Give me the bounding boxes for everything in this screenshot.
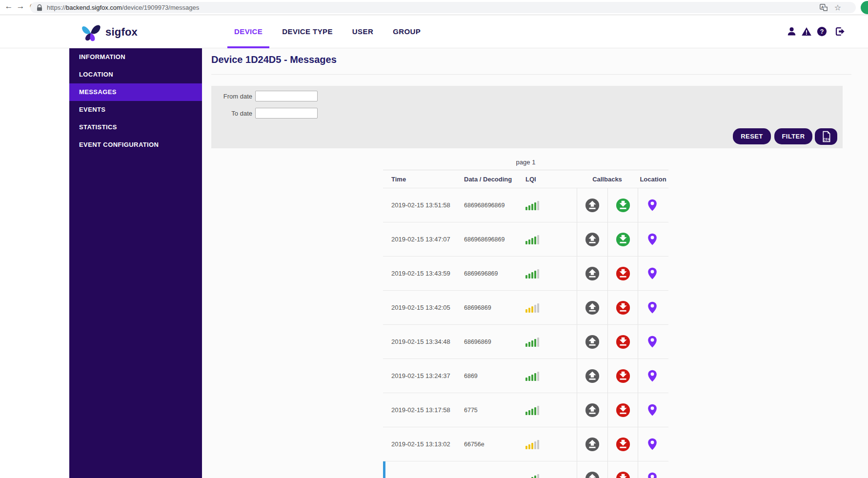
csv-export-button[interactable]: CSV [815, 128, 837, 145]
tab-device-type[interactable]: DEVICE TYPE [275, 15, 340, 48]
location-pin-icon[interactable] [646, 403, 661, 418]
downlink-cell [607, 291, 638, 324]
location-pin-icon[interactable] [646, 300, 661, 315]
table-row: 2019-02-15 13:51:58686968696869 [383, 188, 668, 222]
app-header: sigfox DEVICEDEVICE TYPEUSERGROUP ? [0, 15, 868, 48]
from-date-input[interactable] [255, 91, 318, 101]
message-data: 68696869 [454, 291, 517, 324]
message-data [454, 461, 517, 478]
sidebar-item-event-configuration[interactable]: EVENT CONFIGURATION [69, 136, 202, 154]
lqi-cell [517, 427, 577, 461]
lqi-cell [517, 222, 577, 256]
translate-icon[interactable]: A [820, 4, 828, 11]
to-date-input[interactable] [255, 108, 318, 119]
location-pin-icon[interactable] [646, 198, 661, 213]
location-cell [638, 393, 668, 427]
tab-device[interactable]: DEVICE [227, 15, 269, 48]
sidebar-item-location[interactable]: LOCATION [69, 66, 202, 83]
uplink-callback-icon[interactable] [585, 198, 600, 213]
uplink-cell [577, 393, 607, 427]
downlink-cell [607, 393, 638, 427]
browser-forward-icon[interactable]: → [15, 1, 26, 11]
sigfox-logo[interactable]: sigfox [80, 20, 138, 44]
location-pin-icon[interactable] [646, 437, 661, 452]
downlink-callback-icon[interactable] [616, 300, 630, 315]
user-icon[interactable] [786, 26, 797, 37]
uplink-cell [577, 461, 607, 478]
table-row: 2019-02-15 13:13:0266756e [383, 427, 668, 461]
butterfly-logo-icon [80, 21, 102, 43]
lqi-indicator [525, 235, 539, 244]
url-scheme: https:// [47, 4, 66, 11]
tab-group[interactable]: GROUP [386, 15, 427, 48]
pagination-label: page 1 [383, 159, 668, 166]
location-pin-icon[interactable] [646, 335, 661, 349]
downlink-callback-icon[interactable] [616, 266, 630, 281]
lqi-cell [517, 393, 577, 427]
sidebar-item-events[interactable]: EVENTS [69, 101, 202, 119]
lqi-cell [517, 257, 577, 290]
filter-button[interactable]: FILTER [774, 128, 812, 144]
lqi-indicator [525, 474, 539, 478]
downlink-callback-icon[interactable] [616, 369, 630, 383]
svg-text:CSV: CSV [823, 138, 829, 141]
to-date-label: To date [211, 110, 252, 117]
uplink-callback-icon[interactable] [585, 232, 600, 247]
sidebar-item-messages[interactable]: MESSAGES [69, 83, 202, 101]
alert-icon[interactable] [801, 26, 812, 37]
uplink-callback-icon[interactable] [585, 369, 600, 383]
uplink-callback-icon[interactable] [585, 403, 600, 418]
help-icon[interactable]: ? [816, 26, 827, 37]
url-text: https://backend.sigfox.com/device/190997… [47, 4, 199, 11]
column-header-callbacks: Callbacks [577, 176, 638, 183]
filter-panel: From date To date RESET FILTER CSV [211, 86, 843, 148]
address-bar[interactable]: https://backend.sigfox.com/device/190997… [30, 2, 856, 13]
uplink-callback-icon[interactable] [585, 300, 600, 315]
location-pin-icon[interactable] [646, 369, 661, 383]
url-domain: backend.sigfox.com [66, 4, 122, 11]
location-pin-icon[interactable] [646, 232, 661, 247]
lqi-indicator [525, 200, 539, 210]
downlink-callback-icon[interactable] [616, 232, 630, 247]
message-data: 66756e [454, 427, 517, 461]
message-data: 6775 [454, 393, 517, 427]
downlink-cell [607, 188, 638, 222]
downlink-callback-icon[interactable] [616, 471, 630, 478]
column-header-location: Location [638, 176, 668, 183]
downlink-cell [607, 461, 638, 478]
downlink-callback-icon[interactable] [616, 335, 630, 349]
browser-back-icon[interactable]: ← [3, 1, 15, 11]
table-row: 2019-02-15 13:42:0568696869 [383, 290, 668, 324]
page-title: Device 1D24D5 - Messages [211, 54, 337, 65]
svg-text:?: ? [820, 28, 824, 35]
message-time: 2019-02-15 13:13:02 [383, 427, 454, 461]
table-row [383, 461, 668, 478]
message-data: 6869 [454, 359, 517, 393]
uplink-callback-icon[interactable] [585, 471, 600, 478]
downlink-callback-icon[interactable] [616, 437, 630, 452]
uplink-callback-icon[interactable] [585, 335, 600, 349]
uplink-cell [577, 325, 607, 358]
downlink-callback-icon[interactable] [616, 403, 630, 418]
location-cell [638, 325, 668, 358]
bookmark-star-icon[interactable]: ☆ [834, 4, 841, 12]
table-row: 2019-02-15 13:43:596869696869 [383, 256, 668, 290]
browser-profile-avatar[interactable] [861, 1, 868, 14]
uplink-callback-icon[interactable] [585, 437, 600, 452]
browser-toolbar: ← → ⟳ https://backend.sigfox.com/device/… [0, 0, 868, 15]
url-path: /device/1909973/messages [122, 4, 199, 11]
location-pin-icon[interactable] [646, 471, 661, 478]
tab-user[interactable]: USER [345, 15, 380, 48]
reset-button[interactable]: RESET [733, 128, 771, 144]
location-cell [638, 461, 668, 478]
location-pin-icon[interactable] [646, 266, 661, 281]
uplink-callback-icon[interactable] [585, 266, 600, 281]
message-time: 2019-02-15 13:51:58 [383, 188, 454, 222]
main-content: Device 1D24D5 - Messages From date To da… [202, 48, 868, 478]
downlink-callback-icon[interactable] [616, 198, 630, 213]
device-sidebar: INFORMATIONLOCATIONMESSAGESEVENTSSTATIST… [69, 48, 202, 478]
message-data: 686968696869 [454, 188, 517, 222]
logout-icon[interactable] [834, 26, 845, 37]
sidebar-item-statistics[interactable]: STATISTICS [69, 119, 202, 136]
sidebar-item-information[interactable]: INFORMATION [69, 48, 202, 66]
